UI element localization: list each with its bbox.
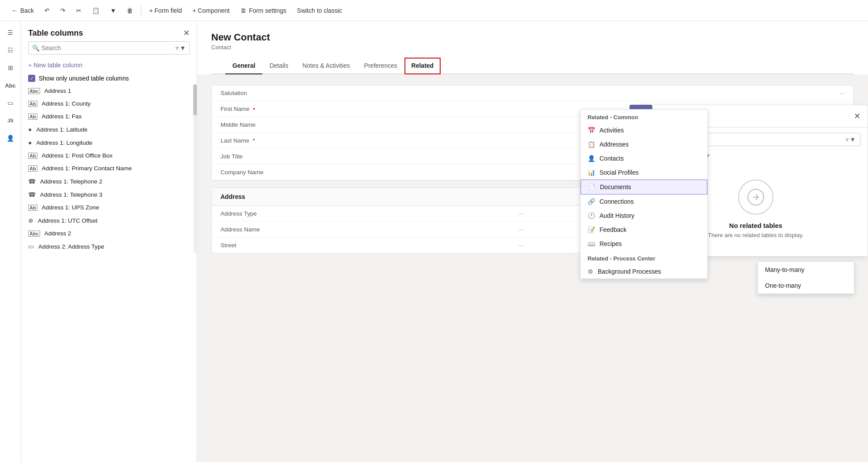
- cut-icon: ✂: [76, 7, 81, 14]
- required-dot-firstname: •: [253, 106, 255, 112]
- sidebar-title: Table columns: [28, 29, 83, 38]
- nav-text-icon[interactable]: Abc: [3, 77, 18, 93]
- sidebar-item-1[interactable]: Ab Address 1: County: [21, 97, 197, 110]
- dropdown-recipes[interactable]: 📖 Recipes: [581, 237, 707, 251]
- form-cell-addressname: Address Name ---: [212, 222, 533, 237]
- filter-dropdown-icon: ▼: [180, 44, 186, 51]
- col-icon-5: Ab: [28, 153, 37, 159]
- back-button[interactable]: ← Back: [7, 5, 38, 16]
- form-field-button[interactable]: + Form field: [145, 5, 186, 16]
- paste-button[interactable]: 📋: [88, 5, 104, 16]
- show-unused-checkbox-row[interactable]: ✓ Show only unused table columns: [21, 72, 197, 84]
- col-icon-12: ▭: [28, 243, 34, 250]
- sidebar-header: Table columns ✕: [21, 21, 197, 41]
- sidebar-close-button[interactable]: ✕: [183, 28, 190, 38]
- scrollbar-track: [193, 84, 197, 253]
- dropdown-activities[interactable]: 📅 Activities: [581, 123, 707, 137]
- audit-history-icon: 🕐: [588, 212, 595, 219]
- redo-button[interactable]: ↷: [56, 5, 70, 16]
- dropdown-contacts[interactable]: 👤 Contacts: [581, 151, 707, 165]
- sidebar-filter-button[interactable]: ▿ ▼: [176, 44, 186, 51]
- col-icon-2: Ab: [28, 114, 37, 120]
- app-layout: ☰ ☷ ⊞ Abc ▭ JS 👤 Table columns ✕ 🔍 ▿ ▼ +…: [0, 21, 868, 462]
- sidebar-item-12[interactable]: ▭ Address 2: Address Type: [21, 240, 197, 253]
- nav-menu-icon[interactable]: ☰: [3, 25, 18, 40]
- related-process-label: Related - Process Center: [581, 251, 707, 264]
- sidebar-item-10[interactable]: ⊕ Address 1: UTC Offset: [21, 214, 197, 227]
- col-icon-3: ●: [28, 126, 32, 133]
- dropdown-arrow-button[interactable]: ▼: [106, 5, 121, 16]
- nav-table-icon[interactable]: ⊞: [3, 60, 18, 76]
- main-content: New Contact Contact General Details Note…: [197, 21, 868, 462]
- scrollbar-thumb[interactable]: [193, 84, 197, 115]
- sidebar-item-8[interactable]: ☎ Address 1: Telephone 3: [21, 188, 197, 201]
- dropdown-connections[interactable]: 🔗 Connections: [581, 194, 707, 209]
- dropdown-documents[interactable]: 📄 Documents: [581, 180, 707, 194]
- rel-type-one-to-many[interactable]: One-to-many: [758, 278, 854, 293]
- connections-icon: 🔗: [588, 198, 595, 205]
- tab-related[interactable]: Related: [405, 58, 441, 74]
- nav-shape-icon[interactable]: ▭: [3, 95, 18, 111]
- nav-person-icon[interactable]: 👤: [3, 130, 18, 146]
- tab-general[interactable]: General: [225, 58, 262, 74]
- sidebar-item-6[interactable]: Ab Address 1: Primary Contact Name: [21, 162, 197, 175]
- new-table-column-button[interactable]: + New table column: [21, 58, 197, 72]
- dropdown-icon: ▼: [110, 7, 116, 14]
- switch-classic-button[interactable]: Switch to classic: [293, 5, 347, 16]
- col-icon-1: Ab: [28, 101, 37, 107]
- col-icon-8: ☎: [28, 191, 36, 198]
- sidebar-item-0[interactable]: Abc Address 1: [21, 84, 197, 97]
- separator-1: [141, 5, 141, 16]
- cut-button[interactable]: ✂: [72, 5, 86, 16]
- sidebar-search-icon: 🔍: [32, 44, 40, 51]
- show-unused-checkbox[interactable]: ✓: [28, 75, 35, 82]
- contacts-icon: 👤: [588, 155, 595, 162]
- sidebar-search-input[interactable]: [41, 44, 174, 51]
- sidebar-item-2[interactable]: Ab Address 1: Fax: [21, 110, 197, 123]
- component-button[interactable]: + Component: [188, 5, 234, 16]
- sidebar-search-container: 🔍 ▿ ▼: [28, 41, 190, 55]
- activities-icon: 📅: [588, 127, 595, 134]
- panel-close-button[interactable]: ✕: [854, 111, 861, 121]
- dropdown-social-profiles[interactable]: 📊 Social Profiles: [581, 165, 707, 180]
- sidebar-item-5[interactable]: Ab Address 1: Post Office Box: [21, 149, 197, 162]
- sidebar-item-7[interactable]: ☎ Address 1: Telephone 2: [21, 175, 197, 188]
- redo-icon: ↷: [60, 7, 66, 14]
- panel-filter-icon: ▿: [846, 136, 849, 143]
- nav-js-icon[interactable]: JS: [3, 113, 18, 128]
- delete-button[interactable]: 🗑: [122, 5, 137, 16]
- form-row-salutation: Salutation ---: [212, 85, 853, 101]
- sidebar-column-list: Abc Address 1 Ab Address 1: County Ab Ad…: [21, 84, 197, 462]
- dropdown-addresses[interactable]: 📋 Addresses: [581, 137, 707, 151]
- sidebar-item-3[interactable]: ● Address 1: Latitude: [21, 123, 197, 136]
- dropdown-audit-history[interactable]: 🕐 Audit History: [581, 209, 707, 223]
- toolbar: ← Back ↶ ↷ ✂ 📋 ▼ 🗑 + Form field + Compon…: [0, 0, 868, 21]
- undo-button[interactable]: ↶: [40, 5, 54, 16]
- col-icon-7: ☎: [28, 178, 36, 185]
- tab-details[interactable]: Details: [262, 58, 295, 74]
- empty-state-icon: [738, 180, 773, 215]
- addresses-icon: 📋: [588, 141, 595, 148]
- dropdown-feedback[interactable]: 📝 Feedback: [581, 223, 707, 237]
- tab-notes-activities[interactable]: Notes & Activities: [295, 58, 357, 74]
- sidebar: Table columns ✕ 🔍 ▿ ▼ + New table column…: [21, 21, 197, 462]
- documents-icon: 📄: [588, 183, 596, 191]
- nav-dashboard-icon[interactable]: ☷: [3, 42, 18, 58]
- trash-icon: 🗑: [127, 7, 133, 14]
- panel-filter-button[interactable]: ▿ ▼: [846, 136, 856, 143]
- left-nav: ☰ ☷ ⊞ Abc ▭ JS 👤: [0, 21, 21, 462]
- undo-icon: ↶: [44, 7, 50, 14]
- col-icon-9: Ab: [28, 205, 37, 211]
- dropdown-background-processes[interactable]: ⚙ Background Processes: [581, 264, 707, 279]
- sidebar-item-11[interactable]: Abc Address 2: [21, 227, 197, 240]
- sidebar-item-4[interactable]: ● Address 1: Longitude: [21, 136, 197, 149]
- col-icon-0: Abc: [28, 88, 40, 94]
- form-header: New Contact Contact General Details Note…: [197, 21, 868, 74]
- rel-type-many-to-many[interactable]: Many-to-many: [758, 262, 854, 278]
- form-settings-button[interactable]: 🗎 Form settings: [236, 5, 291, 16]
- tab-preferences[interactable]: Preferences: [357, 58, 404, 74]
- paste-icon: 📋: [92, 7, 99, 14]
- settings-icon: 🗎: [240, 7, 246, 14]
- sidebar-item-9[interactable]: Ab Address 1: UPS Zone: [21, 201, 197, 214]
- form-tabs: General Details Notes & Activities Prefe…: [211, 58, 854, 74]
